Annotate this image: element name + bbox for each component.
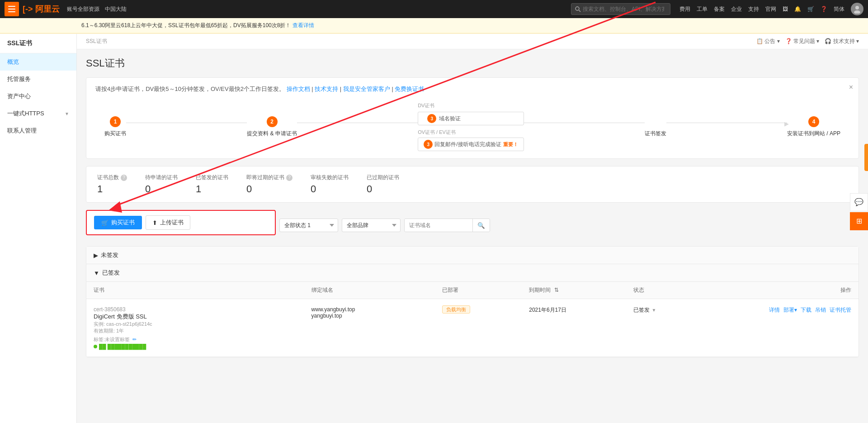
deployed-cell: 负载均衡 — [442, 306, 529, 313]
side-indicator[interactable] — [864, 144, 868, 171]
steps-link-security[interactable]: 我是安全管家客户 — [343, 86, 390, 92]
sidebar-item-https[interactable]: 一键式HTTPS ▼ — [0, 105, 76, 122]
important-label: 重要！ — [503, 141, 518, 148]
group-unsigned[interactable]: ▶ 未签发 — [86, 247, 859, 264]
action-links: 详情 部署▾ 下载 吊销 证书托管 — [721, 306, 851, 314]
help-icon[interactable]: ❓ — [821, 6, 827, 12]
help-total-icon[interactable]: ? — [121, 175, 127, 181]
action-托管[interactable]: 证书托管 — [830, 306, 851, 314]
topnav-item-ticket[interactable]: 工单 — [697, 5, 708, 13]
step-circle-1: 1 — [110, 116, 121, 127]
svg-rect-0 — [8, 6, 15, 7]
menu-hamburger[interactable] — [5, 2, 19, 16]
svg-point-6 — [854, 10, 860, 14]
group-unsigned-label: 未签发 — [101, 251, 118, 259]
edit-tag-icon[interactable]: ✏ — [132, 337, 137, 342]
bell-icon[interactable]: 🔔 — [794, 6, 801, 12]
group-signed-label: 已签发 — [102, 269, 120, 277]
chat-icon: 💬 — [854, 198, 863, 206]
upload-cert-button[interactable]: ⬆ 上传证书 — [146, 215, 190, 230]
promo-link[interactable]: 查看详情 — [292, 22, 314, 29]
cert-tag-row: 标签:未设置标签 ✏ — [94, 336, 311, 343]
sidebar-item-managed[interactable]: 托管服务 — [0, 71, 76, 88]
breadcrumb-faq[interactable]: ❓ 常见问题 ▾ — [785, 38, 820, 45]
toolbar-box: 🛒 购买证书 ⬆ 上传证书 — [86, 210, 276, 235]
status-badge[interactable]: 已签发 ▼ — [633, 306, 721, 314]
steps-link-doc[interactable]: 操作文档 — [287, 86, 310, 92]
col-header-domain: 绑定域名 — [311, 286, 442, 294]
flow-step-3-branch: DV证书 3 域名验证 OV证书 / EV证书 3 回复邮件/接听电话完成验证 … — [418, 102, 524, 151]
action-revoke[interactable]: 吊销 — [815, 306, 826, 314]
deployed-badge: 负载均衡 — [442, 305, 470, 314]
search-input[interactable] — [583, 6, 664, 12]
col-header-status: 状态 — [633, 286, 721, 294]
stat-signed: 已签发的证书 1 — [196, 174, 228, 195]
stat-expiring: 即将过期的证书 ? 0 — [246, 174, 292, 195]
table-row: cert-3850683 DigiCert 免费版 SSL 实例: cas-cn… — [86, 299, 859, 357]
breadcrumb-support[interactable]: 🎧 技术支持 ▾ — [825, 38, 859, 45]
connector-4: ▶ — [666, 123, 787, 123]
buy-cert-button[interactable]: 🛒 购买证书 — [94, 216, 142, 229]
ov-label: OV证书 / EV证书 — [418, 129, 524, 136]
step-circle-3b: 3 — [424, 140, 433, 149]
nav-region[interactable]: 中国大陆 — [105, 5, 127, 13]
step-circle-3a: 3 — [427, 114, 436, 123]
sidebar-title: SSL证书 — [0, 34, 76, 53]
help-expiring-icon[interactable]: ? — [286, 175, 292, 181]
breadcrumb-announcement[interactable]: 📋 公告 ▾ — [756, 38, 780, 45]
topnav-item-icp[interactable]: 备案 — [714, 5, 725, 13]
step-label-domain: 域名验证 — [439, 115, 461, 123]
topnav-item-official[interactable]: 官网 — [765, 5, 776, 13]
simplify-icon[interactable]: 简体 — [834, 5, 844, 13]
aliyun-logo: [-> 阿里云 — [23, 4, 60, 14]
top-navigation: [-> 阿里云 账号全部资源 中国大陆 费用 工单 备案 企业 支持 官网 🖼 … — [0, 0, 868, 18]
sidebar-item-overview[interactable]: 概览 — [0, 53, 76, 71]
topnav-item-fee[interactable]: 费用 — [679, 5, 690, 13]
qr-float-button[interactable]: ⊞ — [850, 212, 868, 230]
svg-point-5 — [855, 6, 859, 10]
cert-table: ▶ 未签发 ▼ 已签发 证书 绑定域名 已部署 到期时间 ⇅ — [86, 246, 859, 357]
action-deploy[interactable]: 部署▾ — [783, 306, 797, 314]
sidebar-item-asset[interactable]: 资产中心 — [0, 88, 76, 105]
user-avatar[interactable] — [851, 3, 863, 15]
action-download[interactable]: 下载 — [801, 306, 811, 314]
status-filter[interactable]: 全部状态 1 — [279, 219, 338, 232]
connector-3 — [524, 123, 645, 123]
domain-search-input[interactable] — [405, 219, 472, 232]
steps-flow: 1 购买证书 2 提交资料 & 申请证书 DV证书 — [95, 100, 849, 151]
stat-pending-label: 待申请的证书 — [145, 174, 178, 181]
sort-icon[interactable]: ⇅ — [554, 287, 559, 293]
connector-1 — [126, 123, 247, 123]
search-box[interactable] — [571, 3, 670, 15]
domain-search[interactable]: 🔍 — [404, 219, 490, 232]
steps-link-support[interactable]: 技术支持 — [315, 86, 338, 92]
content-body: SSL证书 × 请按4步申请证书，DV最快5～10分钟签发，OV/EV最快2个工… — [77, 49, 868, 365]
domain-search-button[interactable]: 🔍 — [472, 219, 490, 232]
col-header-actions: 操作 — [721, 286, 851, 294]
stat-expiring-label: 即将过期的证书 ? — [246, 174, 292, 181]
action-detail[interactable]: 详情 — [769, 306, 780, 314]
brand-filter[interactable]: 全部品牌 — [342, 219, 401, 232]
green-status-dot — [94, 345, 97, 348]
cert-detail: 实例: cas-cn-st21p6j6214c — [94, 321, 311, 328]
flow-step-2: 2 提交资料 & 申请证书 — [247, 116, 297, 138]
cert-status-row: ██ ███████████ — [94, 344, 311, 349]
svg-point-3 — [576, 7, 579, 10]
sidebar-item-contacts[interactable]: 联系人管理 — [0, 122, 76, 139]
page-title: SSL证书 — [86, 57, 859, 70]
chat-float-button[interactable]: 💬 — [850, 193, 868, 211]
topnav-item-enterprise[interactable]: 企业 — [731, 5, 742, 13]
cert-green-text: ██ ███████████ — [99, 344, 146, 349]
cart-icon[interactable]: 🛒 — [807, 6, 814, 12]
close-icon[interactable]: × — [849, 83, 853, 91]
expire-cell: 2021年6月17日 — [529, 306, 633, 314]
group-signed[interactable]: ▼ 已签发 — [86, 264, 859, 282]
stats-row: 证书总数 ? 1 待申请的证书 0 已签发的证书 1 即将过期的证书 ? — [86, 166, 859, 203]
steps-link-free[interactable]: 免费换证书 — [395, 86, 424, 92]
message-icon[interactable]: 🖼 — [783, 6, 788, 12]
topnav-item-support[interactable]: 支持 — [748, 5, 759, 13]
nav-account[interactable]: 账号全部资源 — [67, 5, 99, 13]
cert-cell: cert-3850683 DigiCert 免费版 SSL 实例: cas-cn… — [94, 306, 311, 349]
stat-expired-label: 已过期的证书 — [367, 174, 399, 181]
expand-signed-icon: ▼ — [94, 270, 99, 276]
